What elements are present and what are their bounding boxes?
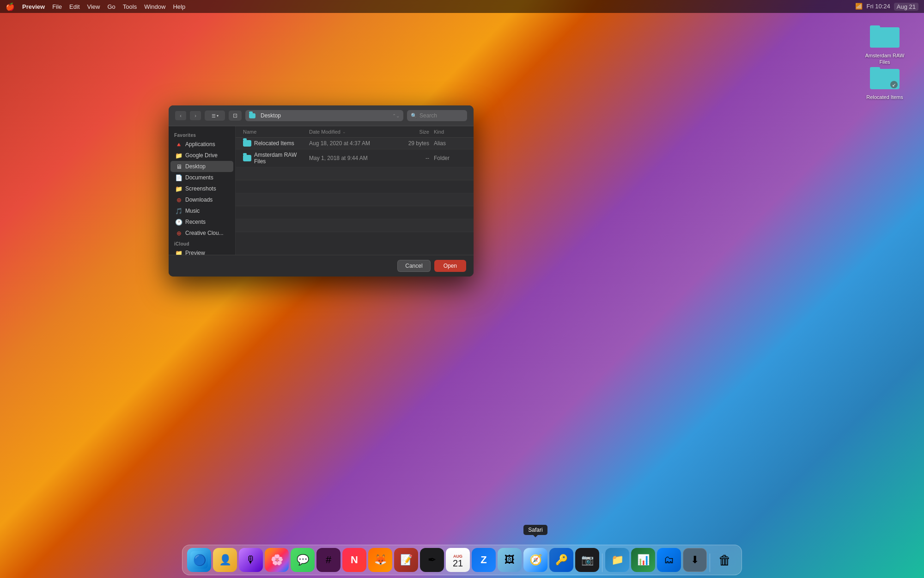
dock: 🔵 👤 🎙 🌸 💬 # N 🦊 📝 ✒ AUG 21 Z 🖼 🧭 Safari … <box>182 545 742 575</box>
dock-item-darkroom[interactable]: 📷 <box>575 548 599 572</box>
dock-item-pockity[interactable]: 📝 <box>394 548 418 572</box>
clock: Fri 10:24 <box>866 3 890 11</box>
svg-rect-2 <box>870 25 880 30</box>
open-button[interactable]: Open <box>434 260 466 272</box>
location-dropdown[interactable]: Desktop ⌃⌄ <box>245 110 403 121</box>
dock-item-finder[interactable]: 🔵 <box>187 548 211 572</box>
search-field[interactable]: 🔍 Search <box>407 110 467 121</box>
dock-item-news[interactable]: N <box>342 548 366 572</box>
sidebar-item-documents[interactable]: 📄 Documents <box>170 172 233 183</box>
forward-button[interactable]: › <box>190 111 201 120</box>
folder-action-icon: ⊡ <box>233 112 237 119</box>
finder-icon: 🔵 <box>190 551 208 569</box>
desktop-icon-amsterdam[interactable]: Amsterdam RAW Files <box>864 21 906 66</box>
sidebar-label-desktop: Desktop <box>185 163 206 170</box>
column-name[interactable]: Name <box>243 129 309 135</box>
cancel-button[interactable]: Cancel <box>397 260 430 272</box>
file-folder-icon-1 <box>243 155 251 161</box>
dock-item-spreadsheet[interactable]: 📊 <box>631 548 655 572</box>
sidebar-label-documents: Documents <box>185 174 213 181</box>
file-row-relocated[interactable]: Relocated Items Aug 18, 2020 at 4:37 AM … <box>236 138 474 149</box>
documents-icon: 📄 <box>175 174 182 181</box>
sidebar-item-applications[interactable]: 🔺 Applications <box>170 139 233 150</box>
menu-go[interactable]: Go <box>107 3 115 10</box>
menu-window[interactable]: Window <box>144 3 165 10</box>
dock-item-1password[interactable]: 🔑 <box>549 548 573 572</box>
sidebar-item-google-drive[interactable]: 📁 Google Drive <box>170 150 233 161</box>
dock-item-contacts[interactable]: 👤 <box>213 548 237 572</box>
dock-item-calendar[interactable]: AUG 21 <box>446 548 470 572</box>
file-kind-1: Folder <box>429 155 466 161</box>
sort-arrow-icon: ⌄ <box>342 129 346 134</box>
sidebar-item-creative-cloud[interactable]: ⊕ Creative Clou... <box>170 228 233 239</box>
file-row-amsterdam[interactable]: Amsterdam RAW Files May 1, 2018 at 9:44 … <box>236 149 474 167</box>
dock-item-files[interactable]: 📁 <box>605 548 629 572</box>
file-size-0: 29 bytes <box>392 140 429 147</box>
file-row-empty-3 <box>236 193 474 206</box>
screenshots-icon: 📁 <box>175 185 182 192</box>
column-size[interactable]: Size <box>392 129 429 135</box>
dock-item-preview[interactable]: 🖼 <box>498 548 522 572</box>
svg-rect-4 <box>870 67 880 72</box>
amsterdam-folder-icon <box>870 21 900 50</box>
calendar-day: 21 <box>453 559 463 568</box>
svg-rect-1 <box>870 27 900 48</box>
dock-item-slack[interactable]: # <box>316 548 340 572</box>
dock-item-siri[interactable]: 🎙 <box>239 548 263 572</box>
date-badge: Aug 21 <box>894 3 918 11</box>
sidebar-label-preview: Preview <box>185 250 205 255</box>
action-button[interactable]: ⊡ <box>229 111 242 121</box>
dock-item-firefox[interactable]: 🦊 <box>368 548 392 572</box>
menubar: 🍎 Preview File Edit View Go Tools Window… <box>0 0 924 13</box>
safari-tooltip: Safari <box>523 525 547 535</box>
file-name-0: Relocated Items <box>254 140 309 147</box>
sidebar-item-music[interactable]: 🎵 Music <box>170 205 233 216</box>
column-date[interactable]: Date Modified ⌄ <box>309 129 392 135</box>
sidebar-label-applications: Applications <box>185 141 215 148</box>
menu-view[interactable]: View <box>87 3 100 10</box>
svg-text:🔵: 🔵 <box>193 553 207 566</box>
menu-help[interactable]: Help <box>173 3 185 10</box>
dock-item-photos[interactable]: 🌸 <box>265 548 289 572</box>
dock-item-zoom[interactable]: Z <box>472 548 496 572</box>
dialog-body: Favorites 🔺 Applications 📁 Google Drive … <box>169 126 474 255</box>
location-folder-icon <box>249 113 255 118</box>
sidebar-item-desktop[interactable]: 🖥 Desktop <box>170 161 233 172</box>
sidebar: Favorites 🔺 Applications 📁 Google Drive … <box>169 126 236 255</box>
column-kind[interactable]: Kind <box>429 129 466 135</box>
menu-file[interactable]: File <box>52 3 62 10</box>
svg-text:↙: ↙ <box>892 82 896 87</box>
file-folder-icon-0 <box>243 140 251 147</box>
location-chevron-icon: ⌃⌄ <box>392 113 400 118</box>
view-button[interactable]: ☰ ▾ <box>205 111 225 121</box>
menu-edit[interactable]: Edit <box>69 3 79 10</box>
dock-item-filer[interactable]: 🗂 <box>657 548 681 572</box>
desktop-icon-relocated[interactable]: ↙ Relocated Items <box>864 62 906 100</box>
dock-item-calligrapher[interactable]: ✒ <box>420 548 444 572</box>
menu-tools[interactable]: Tools <box>123 3 137 10</box>
sidebar-item-recents[interactable]: 🕐 Recents <box>170 216 233 228</box>
desktop-icon-sidebar: 🖥 <box>175 163 182 170</box>
wifi-icon[interactable]: 📶 <box>855 3 863 11</box>
dialog-footer: Cancel Open <box>169 255 474 277</box>
sidebar-item-screenshots[interactable]: 📁 Screenshots <box>170 183 233 194</box>
app-name[interactable]: Preview <box>22 3 45 10</box>
sidebar-item-downloads[interactable]: ⊕ Downloads <box>170 194 233 205</box>
sidebar-label-screenshots: Screenshots <box>185 185 216 192</box>
sidebar-item-preview[interactable]: 📁 Preview <box>170 247 233 255</box>
icloud-label: iCloud <box>169 239 235 247</box>
file-row-empty-2 <box>236 180 474 193</box>
dock-item-messages[interactable]: 💬 <box>291 548 315 572</box>
sidebar-label-recents: Recents <box>185 219 206 225</box>
sidebar-label-creative-cloud: Creative Clou... <box>185 230 224 236</box>
file-size-1: -- <box>392 155 429 161</box>
dock-item-safari[interactable]: 🧭 Safari <box>523 548 547 572</box>
file-list-header: Name Date Modified ⌄ Size Kind <box>236 126 474 138</box>
apple-menu[interactable]: 🍎 <box>6 2 15 11</box>
sidebar-label-google-drive: Google Drive <box>185 152 218 159</box>
file-list: Name Date Modified ⌄ Size Kind Relocated… <box>236 126 474 255</box>
dock-item-trash[interactable]: 🗑 <box>713 548 737 572</box>
file-date-1: May 1, 2018 at 9:44 AM <box>309 155 392 161</box>
dock-item-downloads[interactable]: ⬇ <box>683 548 707 572</box>
back-button[interactable]: ‹ <box>175 111 186 120</box>
